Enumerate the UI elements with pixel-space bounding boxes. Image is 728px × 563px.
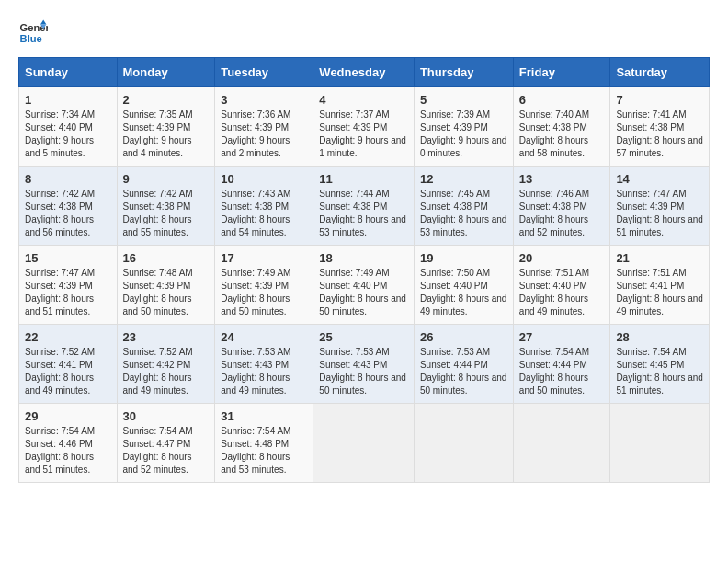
calendar-cell: 15Sunrise: 7:47 AMSunset: 4:39 PMDayligh…: [19, 246, 118, 325]
day-number: 17: [221, 251, 307, 265]
day-number: 19: [420, 251, 507, 265]
day-number: 20: [519, 251, 605, 265]
calendar-cell: 16Sunrise: 7:48 AMSunset: 4:39 PMDayligh…: [117, 246, 215, 325]
calendar-cell: 17Sunrise: 7:49 AMSunset: 4:39 PMDayligh…: [215, 246, 313, 325]
day-info: Sunrise: 7:41 AMSunset: 4:38 PMDaylight:…: [616, 109, 703, 158]
day-info: Sunrise: 7:37 AMSunset: 4:39 PMDaylight:…: [319, 109, 406, 158]
calendar-cell: 9Sunrise: 7:42 AMSunset: 4:38 PMDaylight…: [117, 167, 215, 246]
day-info: Sunrise: 7:54 AMSunset: 4:46 PMDaylight:…: [25, 426, 95, 475]
calendar-cell: 22Sunrise: 7:52 AMSunset: 4:41 PMDayligh…: [19, 325, 118, 404]
calendar-cell: 23Sunrise: 7:52 AMSunset: 4:42 PMDayligh…: [117, 325, 215, 404]
calendar-cell: 30Sunrise: 7:54 AMSunset: 4:47 PMDayligh…: [117, 404, 215, 483]
weekday-header-thursday: Thursday: [414, 58, 513, 87]
calendar-cell: 5Sunrise: 7:39 AMSunset: 4:39 PMDaylight…: [414, 87, 513, 167]
day-number: 24: [221, 330, 307, 344]
calendar-cell: 13Sunrise: 7:46 AMSunset: 4:38 PMDayligh…: [513, 167, 610, 246]
day-number: 23: [123, 330, 210, 344]
day-number: 12: [420, 172, 507, 186]
day-number: 14: [616, 172, 703, 186]
day-number: 8: [25, 172, 111, 186]
calendar-week-4: 22Sunrise: 7:52 AMSunset: 4:41 PMDayligh…: [19, 325, 710, 404]
day-info: Sunrise: 7:48 AMSunset: 4:39 PMDaylight:…: [123, 268, 193, 316]
calendar-week-5: 29Sunrise: 7:54 AMSunset: 4:46 PMDayligh…: [19, 404, 710, 483]
weekday-header-wednesday: Wednesday: [313, 58, 415, 87]
day-number: 15: [25, 251, 111, 265]
calendar-cell: 24Sunrise: 7:53 AMSunset: 4:43 PMDayligh…: [215, 325, 313, 404]
day-info: Sunrise: 7:53 AMSunset: 4:44 PMDaylight:…: [420, 347, 507, 396]
day-info: Sunrise: 7:52 AMSunset: 4:41 PMDaylight:…: [25, 347, 95, 396]
day-info: Sunrise: 7:49 AMSunset: 4:40 PMDaylight:…: [319, 268, 406, 316]
day-number: 10: [221, 172, 307, 186]
day-number: 18: [319, 251, 408, 265]
calendar-cell: 1Sunrise: 7:34 AMSunset: 4:40 PMDaylight…: [19, 87, 118, 167]
day-number: 3: [221, 93, 307, 107]
day-info: Sunrise: 7:34 AMSunset: 4:40 PMDaylight:…: [25, 109, 95, 158]
day-info: Sunrise: 7:42 AMSunset: 4:38 PMDaylight:…: [123, 189, 193, 237]
calendar-cell: 7Sunrise: 7:41 AMSunset: 4:38 PMDaylight…: [610, 87, 710, 167]
day-info: Sunrise: 7:47 AMSunset: 4:39 PMDaylight:…: [616, 189, 703, 237]
calendar-cell: 26Sunrise: 7:53 AMSunset: 4:44 PMDayligh…: [414, 325, 513, 404]
day-info: Sunrise: 7:52 AMSunset: 4:42 PMDaylight:…: [123, 347, 193, 396]
calendar-cell: 21Sunrise: 7:51 AMSunset: 4:41 PMDayligh…: [610, 246, 710, 325]
day-info: Sunrise: 7:54 AMSunset: 4:45 PMDaylight:…: [616, 347, 703, 396]
calendar-cell: 8Sunrise: 7:42 AMSunset: 4:38 PMDaylight…: [19, 167, 118, 246]
weekday-header-row: SundayMondayTuesdayWednesdayThursdayFrid…: [19, 58, 710, 87]
calendar-week-3: 15Sunrise: 7:47 AMSunset: 4:39 PMDayligh…: [19, 246, 710, 325]
day-info: Sunrise: 7:54 AMSunset: 4:47 PMDaylight:…: [123, 426, 193, 475]
day-number: 21: [616, 251, 703, 265]
day-info: Sunrise: 7:43 AMSunset: 4:38 PMDaylight:…: [221, 189, 290, 237]
calendar-cell: [513, 404, 610, 483]
calendar-cell: 25Sunrise: 7:53 AMSunset: 4:43 PMDayligh…: [313, 325, 415, 404]
calendar-cell: 31Sunrise: 7:54 AMSunset: 4:48 PMDayligh…: [215, 404, 313, 483]
weekday-header-saturday: Saturday: [610, 58, 710, 87]
day-number: 30: [123, 409, 210, 423]
day-number: 2: [123, 93, 210, 107]
day-info: Sunrise: 7:35 AMSunset: 4:39 PMDaylight:…: [123, 109, 193, 158]
day-number: 6: [519, 93, 605, 107]
calendar-cell: 29Sunrise: 7:54 AMSunset: 4:46 PMDayligh…: [19, 404, 118, 483]
day-number: 4: [319, 93, 408, 107]
calendar-week-1: 1Sunrise: 7:34 AMSunset: 4:40 PMDaylight…: [19, 87, 710, 167]
logo-icon: General Blue: [18, 18, 48, 48]
calendar-cell: 20Sunrise: 7:51 AMSunset: 4:40 PMDayligh…: [513, 246, 610, 325]
calendar-cell: 11Sunrise: 7:44 AMSunset: 4:38 PMDayligh…: [313, 167, 415, 246]
day-info: Sunrise: 7:46 AMSunset: 4:38 PMDaylight:…: [519, 189, 589, 237]
day-info: Sunrise: 7:45 AMSunset: 4:38 PMDaylight:…: [420, 189, 507, 237]
page-container: General Blue SundayMondayTuesdayWednesda…: [18, 18, 710, 483]
day-info: Sunrise: 7:51 AMSunset: 4:40 PMDaylight:…: [519, 268, 589, 316]
weekday-header-tuesday: Tuesday: [215, 58, 313, 87]
logo: General Blue: [18, 18, 48, 48]
day-info: Sunrise: 7:44 AMSunset: 4:38 PMDaylight:…: [319, 189, 406, 237]
day-info: Sunrise: 7:39 AMSunset: 4:39 PMDaylight:…: [420, 109, 507, 158]
day-info: Sunrise: 7:51 AMSunset: 4:41 PMDaylight:…: [616, 268, 703, 316]
calendar-table: SundayMondayTuesdayWednesdayThursdayFrid…: [18, 57, 710, 483]
day-info: Sunrise: 7:40 AMSunset: 4:38 PMDaylight:…: [519, 109, 589, 158]
calendar-cell: 27Sunrise: 7:54 AMSunset: 4:44 PMDayligh…: [513, 325, 610, 404]
day-info: Sunrise: 7:36 AMSunset: 4:39 PMDaylight:…: [221, 109, 290, 158]
day-info: Sunrise: 7:54 AMSunset: 4:48 PMDaylight:…: [221, 426, 290, 475]
day-info: Sunrise: 7:53 AMSunset: 4:43 PMDaylight:…: [319, 347, 406, 396]
weekday-header-friday: Friday: [513, 58, 610, 87]
day-number: 1: [25, 93, 111, 107]
day-info: Sunrise: 7:42 AMSunset: 4:38 PMDaylight:…: [25, 189, 95, 237]
calendar-cell: [313, 404, 415, 483]
svg-text:Blue: Blue: [20, 33, 42, 44]
day-number: 5: [420, 93, 507, 107]
calendar-cell: [414, 404, 513, 483]
day-number: 26: [420, 330, 507, 344]
page-header: General Blue: [18, 18, 710, 48]
day-number: 11: [319, 172, 408, 186]
calendar-cell: 3Sunrise: 7:36 AMSunset: 4:39 PMDaylight…: [215, 87, 313, 167]
calendar-cell: 4Sunrise: 7:37 AMSunset: 4:39 PMDaylight…: [313, 87, 415, 167]
day-number: 31: [221, 409, 307, 423]
day-info: Sunrise: 7:47 AMSunset: 4:39 PMDaylight:…: [25, 268, 95, 316]
day-number: 9: [123, 172, 210, 186]
day-number: 22: [25, 330, 111, 344]
day-info: Sunrise: 7:53 AMSunset: 4:43 PMDaylight:…: [221, 347, 290, 396]
calendar-cell: [610, 404, 710, 483]
calendar-cell: 19Sunrise: 7:50 AMSunset: 4:40 PMDayligh…: [414, 246, 513, 325]
day-info: Sunrise: 7:50 AMSunset: 4:40 PMDaylight:…: [420, 268, 507, 316]
day-number: 27: [519, 330, 605, 344]
calendar-cell: 14Sunrise: 7:47 AMSunset: 4:39 PMDayligh…: [610, 167, 710, 246]
calendar-cell: 2Sunrise: 7:35 AMSunset: 4:39 PMDaylight…: [117, 87, 215, 167]
